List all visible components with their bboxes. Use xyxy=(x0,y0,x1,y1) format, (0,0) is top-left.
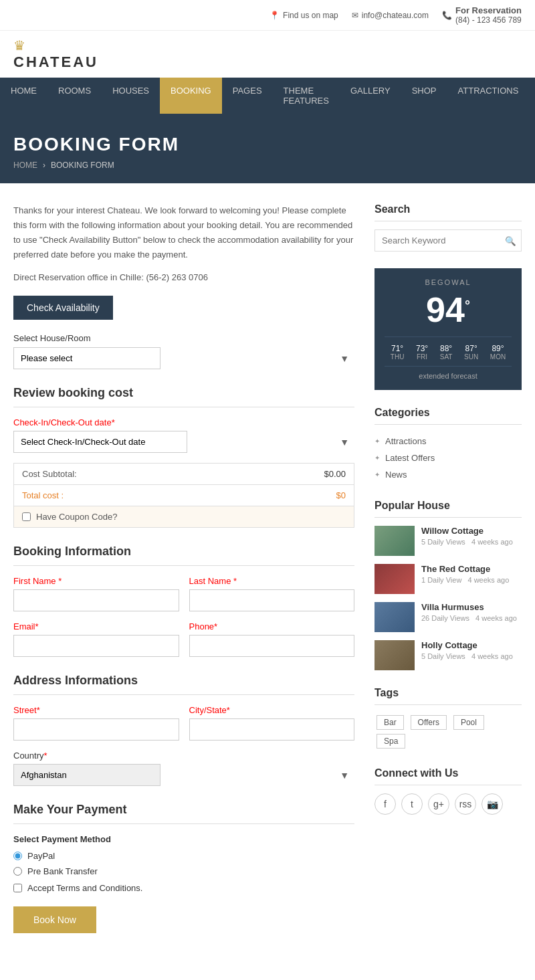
nav-pages[interactable]: PAGES xyxy=(222,78,273,114)
paypal-option: PayPal xyxy=(13,851,354,861)
popular-holly[interactable]: Holly Cottage 5 Daily Views 4 weeks ago xyxy=(374,640,522,670)
city-label: City/State* xyxy=(189,705,355,715)
paypal-radio[interactable] xyxy=(13,852,22,860)
checkin-label: Check-In/Check-Out date* xyxy=(13,417,354,427)
popular-red-cottage[interactable]: The Red Cottage 1 Daily View 4 weeks ago xyxy=(374,564,522,594)
weather-city: BEGOWAL xyxy=(385,278,512,286)
city-input[interactable] xyxy=(189,718,355,741)
find-us-label: Find us on map xyxy=(283,11,338,20)
contact-row: Email* Phone* xyxy=(13,621,354,657)
nav-attractions[interactable]: ATTRACTIONS xyxy=(447,78,530,114)
check-availability-button[interactable]: Check Availability xyxy=(13,296,113,320)
phone-number: (84) - 123 456 789 xyxy=(455,15,522,25)
house-select[interactable]: Please select xyxy=(13,347,160,369)
terms-option: Accept Terms and Conditions. xyxy=(13,883,354,893)
email-icon: ✉ xyxy=(352,11,358,20)
tag-spa[interactable]: Spa xyxy=(377,734,405,749)
country-arrow-icon: ▼ xyxy=(340,770,349,781)
category-latest-offers-label: Latest Offers xyxy=(385,453,435,463)
nav-gallery[interactable]: GALLERY xyxy=(340,78,401,114)
phone-icon: 📞 xyxy=(442,11,452,20)
rss-icon[interactable]: rss xyxy=(455,793,476,815)
willow-info: Willow Cottage 5 Daily Views 4 weeks ago xyxy=(421,526,513,546)
tags-title: Tags xyxy=(374,687,522,705)
categories-section: Categories ✦ Attractions ✦ Latest Offers… xyxy=(374,407,522,483)
category-attractions[interactable]: ✦ Attractions xyxy=(374,433,522,450)
last-name-input[interactable] xyxy=(189,589,355,611)
red-info: The Red Cottage 1 Daily View 4 weeks ago xyxy=(421,564,509,584)
country-select[interactable]: Afghanistan xyxy=(13,764,160,786)
tag-offers[interactable]: Offers xyxy=(411,715,447,730)
last-name-label: Last Name * xyxy=(189,576,355,586)
cost-subtotal-row: Cost Subtotal: $0.00 xyxy=(14,464,354,485)
googleplus-icon[interactable]: g+ xyxy=(428,793,449,815)
breadcrumb-current: BOOKING FORM xyxy=(51,161,114,170)
first-name-group: First Name * xyxy=(13,576,179,611)
total-cost-label: Total cost : xyxy=(22,490,336,500)
logo[interactable]: ♛ CHATEAU xyxy=(13,37,98,71)
twitter-icon[interactable]: t xyxy=(401,793,423,815)
page-title: BOOKING FORM xyxy=(13,134,522,155)
house-select-group: Select House/Room Please select ▼ xyxy=(13,333,354,369)
sidebar: Search 🔍 BEGOWAL 94° 71° THU 73 xyxy=(374,203,522,933)
forecast-fri: 73° FRI xyxy=(416,344,428,361)
tags-list: Bar Offers Pool Spa xyxy=(374,713,522,751)
nav-booking[interactable]: BOOKING xyxy=(160,78,222,114)
coupon-row: Have Coupon Code? xyxy=(14,506,354,527)
terms-checkbox[interactable] xyxy=(13,884,22,892)
cost-subtotal-value: $0.00 xyxy=(324,469,346,479)
nav-rooms[interactable]: ROOMS xyxy=(47,78,102,114)
category-latest-offers[interactable]: ✦ Latest Offers xyxy=(374,450,522,466)
tag-bar[interactable]: Bar xyxy=(377,715,404,730)
terms-label: Accept Terms and Conditions. xyxy=(27,883,142,893)
search-button[interactable]: 🔍 xyxy=(505,235,516,246)
phone-input[interactable] xyxy=(189,635,355,657)
search-wrap: 🔍 xyxy=(374,229,522,252)
forecast-sun: 87° SUN xyxy=(464,344,478,361)
popular-willow[interactable]: Willow Cottage 5 Daily Views 4 weeks ago xyxy=(374,526,522,556)
search-input[interactable] xyxy=(374,229,522,252)
category-news[interactable]: ✦ News xyxy=(374,466,522,483)
red-name: The Red Cottage xyxy=(421,564,509,574)
nav-home[interactable]: HOME xyxy=(0,78,47,114)
checkin-select[interactable]: Select Check-In/Check-Out date xyxy=(13,431,187,453)
nav-shop[interactable]: SHOP xyxy=(401,78,447,114)
bank-radio[interactable] xyxy=(13,867,22,876)
weather-forecast: 71° THU 73° FRI 88° SAT 87° SUN xyxy=(385,336,512,361)
total-cost-value: $0 xyxy=(336,490,346,500)
tags-section: Tags Bar Offers Pool Spa xyxy=(374,687,522,751)
breadcrumb: HOME › BOOKING FORM xyxy=(13,161,522,170)
coupon-checkbox[interactable] xyxy=(22,512,31,521)
breadcrumb-home[interactable]: HOME xyxy=(13,161,37,170)
nav-houses[interactable]: HOUSES xyxy=(102,78,160,114)
willow-name: Willow Cottage xyxy=(421,526,513,536)
nav-theme-features[interactable]: THEME FEATURES xyxy=(273,78,340,114)
willow-thumb xyxy=(374,526,415,556)
email-label: info@chateau.com xyxy=(362,11,429,20)
logo-text: CHATEAU xyxy=(13,54,98,71)
facebook-icon[interactable]: f xyxy=(374,793,396,815)
first-name-input[interactable] xyxy=(13,589,179,611)
tag-pool[interactable]: Pool xyxy=(453,715,484,730)
cost-table: Cost Subtotal: $0.00 Total cost : $0 Hav… xyxy=(13,463,354,528)
popular-villa[interactable]: Villa Hurmuses 26 Daily Views 4 weeks ag… xyxy=(374,602,522,632)
email-input[interactable] xyxy=(13,635,179,657)
top-bar: 📍 Find us on map ✉ info@chateau.com 📞 Fo… xyxy=(0,0,535,31)
search-section: Search 🔍 xyxy=(374,203,522,252)
payment-method-label: Select Payment Method xyxy=(13,834,354,844)
address-row: Street* City/State* xyxy=(13,705,354,741)
phone-group: Phone* xyxy=(189,621,355,657)
street-input[interactable] xyxy=(13,718,179,741)
nav-blog[interactable]: BLOG xyxy=(529,78,535,114)
categories-title: Categories xyxy=(374,407,522,425)
instagram-icon[interactable]: 📷 xyxy=(481,793,503,815)
weather-extended[interactable]: extended forecast xyxy=(385,366,512,380)
forecast-sat: 88° SAT xyxy=(440,344,453,361)
red-meta: 1 Daily View 4 weeks ago xyxy=(421,576,509,584)
country-group: Country* Afghanistan ▼ xyxy=(13,751,354,786)
book-now-button[interactable]: Book Now xyxy=(13,906,96,933)
city-group: City/State* xyxy=(189,705,355,741)
select-arrow-icon: ▼ xyxy=(340,353,349,364)
payment-title: Make Your Payment xyxy=(13,803,354,824)
site-header: ♛ CHATEAU xyxy=(0,31,535,78)
